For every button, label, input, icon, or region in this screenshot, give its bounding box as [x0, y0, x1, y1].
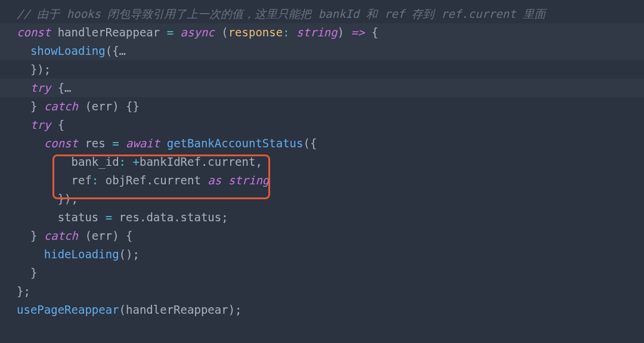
prop: current	[153, 174, 201, 187]
prop-key: ref	[17, 174, 92, 187]
dot: .	[201, 155, 208, 168]
code-line: usePageReappear(handlerReappear);	[0, 301, 644, 319]
keyword-async: async	[174, 26, 221, 39]
operator: +	[132, 155, 139, 168]
identifier: bankIdRef	[140, 155, 201, 168]
paren: );	[228, 303, 242, 316]
identifier: status	[17, 211, 106, 224]
code-line: try {	[0, 116, 644, 134]
paren: (	[78, 229, 92, 242]
keyword-as: as	[201, 174, 228, 187]
keyword-const: const	[17, 137, 78, 150]
arrow: =>	[351, 26, 365, 39]
brace: }	[17, 100, 44, 113]
operator: =	[167, 26, 174, 39]
ellipsis: …	[119, 44, 126, 57]
comment-text: // 由于 hooks 闭包导致引用了上一次的值，这里只能把 bankId 和 …	[17, 7, 546, 20]
code-line: showLoading({…	[0, 42, 644, 60]
identifier: res	[78, 137, 112, 150]
code-line-highlighted: ref: objRef.current as string	[0, 171, 644, 190]
keyword-catch: catch	[44, 100, 78, 113]
brace: ({	[303, 137, 317, 150]
prop: status	[181, 211, 222, 224]
code-line: } catch (err) {}	[0, 97, 644, 116]
paren: )	[338, 26, 351, 39]
colon: :	[92, 174, 106, 187]
fn-call: showLoading	[17, 44, 106, 57]
brace: }),	[17, 192, 78, 205]
brace: };	[17, 285, 30, 298]
colon: :	[119, 155, 133, 168]
dot: .	[140, 211, 146, 224]
ellipsis: …	[64, 81, 71, 94]
dot: .	[146, 174, 153, 187]
paren: ) {}	[112, 100, 140, 113]
type: string	[296, 26, 338, 39]
fn-call: usePageReappear	[17, 303, 119, 316]
paren: ) {	[112, 229, 132, 242]
brace: {	[58, 81, 64, 94]
code-line: status = res.data.status;	[0, 208, 644, 227]
keyword-const: const	[17, 26, 51, 39]
comma: ,	[255, 155, 262, 168]
paren: ();	[119, 248, 140, 261]
dot: .	[174, 211, 180, 224]
code-line: }	[0, 264, 644, 282]
code-line-comment: // 由于 hooks 闭包导致引用了上一次的值，这里只能把 bankId 和 …	[0, 5, 644, 23]
identifier: err	[92, 229, 112, 242]
type: string	[228, 174, 270, 187]
brace: ({	[106, 44, 119, 57]
keyword-try: try	[17, 118, 58, 131]
operator: =	[106, 211, 112, 224]
fn-call: hideLoading	[17, 248, 119, 261]
code-line: } catch (err) {	[0, 227, 644, 245]
code-line: const handlerReappear = async (response:…	[0, 23, 644, 42]
identifier: objRef	[106, 174, 147, 187]
brace: });	[17, 63, 51, 76]
code-block: // 由于 hooks 闭包导致引用了上一次的值，这里只能把 bankId 和 …	[0, 0, 644, 324]
colon: :	[283, 26, 296, 39]
keyword-try: try	[17, 81, 58, 94]
param: response	[228, 26, 283, 39]
brace: }	[17, 229, 44, 242]
paren: (	[78, 100, 92, 113]
operator: =	[112, 137, 119, 150]
semicolon: ;	[221, 211, 228, 224]
prop: current	[208, 155, 255, 168]
paren: (	[119, 303, 126, 316]
identifier: handlerReappear	[126, 303, 228, 316]
code-line: }),	[0, 190, 644, 208]
identifier: res	[112, 211, 140, 224]
paren: (	[221, 26, 228, 39]
fn-call: getBankAccountStatus	[167, 137, 304, 150]
brace: }	[17, 266, 37, 279]
code-line: hideLoading();	[0, 245, 644, 264]
code-line: try {…	[0, 79, 644, 97]
code-line-highlighted: bank_id: +bankIdRef.current,	[0, 153, 644, 171]
identifier: err	[92, 100, 112, 113]
brace: {	[58, 118, 64, 131]
prop-key: bank_id	[17, 155, 119, 168]
code-line: };	[0, 282, 644, 301]
identifier: handlerReappear	[51, 26, 166, 39]
prop: data	[146, 211, 174, 224]
keyword-catch: catch	[44, 229, 78, 242]
code-line: const res = await getBankAccountStatus({	[0, 134, 644, 153]
code-line: });	[0, 60, 644, 79]
brace: {	[364, 26, 378, 39]
keyword-await: await	[119, 137, 167, 150]
